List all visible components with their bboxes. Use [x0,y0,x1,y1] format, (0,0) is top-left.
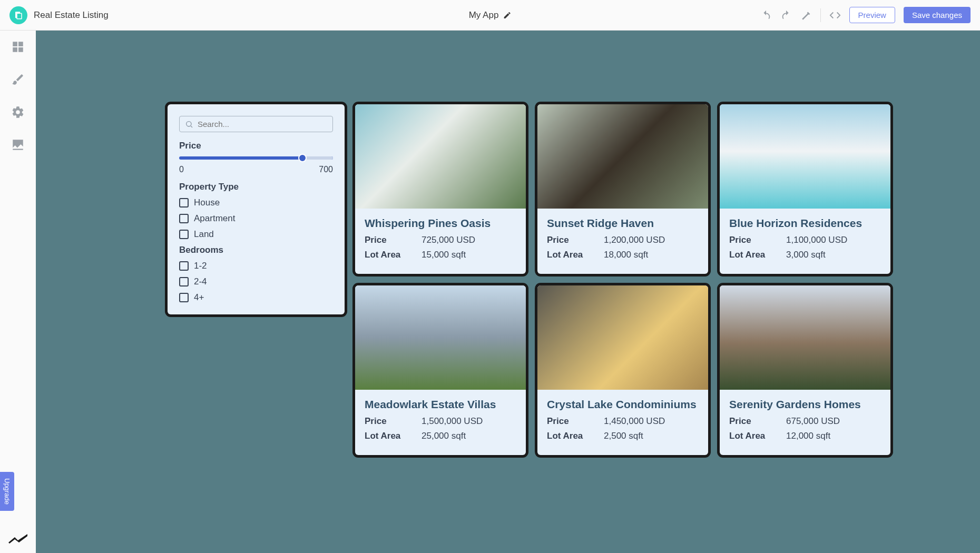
listing-title: Meadowlark Estate Villas [365,398,516,411]
gear-icon[interactable] [11,105,25,119]
lot-value: 2,500 sqft [604,431,643,441]
lot-key: Lot Area [729,431,786,441]
app-name[interactable]: My App [469,10,499,21]
app-logo [9,6,27,24]
search-input[interactable] [198,120,327,129]
checkbox-label: House [194,197,220,208]
checkbox-label: Land [194,229,214,240]
search-icon [185,120,193,129]
checkbox-label: 2-4 [194,276,207,287]
price-value: 675,000 USD [786,416,840,427]
price-key: Price [729,416,786,427]
checkbox-bed-4plus[interactable] [179,293,189,302]
lot-key: Lot Area [365,250,422,260]
code-icon[interactable] [829,9,841,21]
listing-card[interactable]: Meadowlark Estate Villas Price1,500,000 … [355,285,526,455]
brush-icon[interactable] [11,73,25,86]
lot-value: 12,000 sqft [786,431,830,441]
price-value: 1,100,000 USD [786,235,847,245]
listing-card[interactable]: Whispering Pines Oasis Price725,000 USD … [355,104,526,274]
listing-card[interactable]: Serenity Gardens Homes Price675,000 USD … [720,285,890,455]
listing-image [355,104,526,209]
checkbox-bed-1-2[interactable] [179,261,189,271]
left-rail: Upgrade [0,31,36,553]
price-key: Price [365,416,422,427]
edit-icon[interactable] [503,11,511,19]
hammer-icon[interactable] [800,9,812,21]
canvas: Price 0 700 Property Type House Apartmen… [36,31,980,553]
price-slider-thumb[interactable] [298,154,307,162]
listings-grid: Whispering Pines Oasis Price725,000 USD … [355,104,890,455]
price-label: Price [179,141,333,151]
price-min: 0 [179,165,184,174]
listing-card[interactable]: Crystal Lake Condominiums Price1,450,000… [537,285,708,455]
lot-key: Lot Area [365,431,422,441]
lot-value: 25,000 sqft [422,431,466,441]
search-box[interactable] [179,116,333,132]
listing-image [537,104,708,209]
svg-line-4 [191,126,192,127]
lot-key: Lot Area [547,431,604,441]
listing-image [355,285,526,390]
lot-key: Lot Area [729,250,786,260]
listing-title: Whispering Pines Oasis [365,217,516,230]
svg-point-3 [187,121,191,126]
top-toolbar: Real Estate Listing My App Preview Save … [0,0,980,31]
property-type-label: Property Type [179,182,333,192]
checkbox-bed-2-4[interactable] [179,277,189,287]
rail-mascot-icon [7,533,28,546]
lot-key: Lot Area [547,250,604,260]
checkbox-label: Apartment [194,213,235,224]
price-max: 700 [319,165,333,174]
checkbox-label: 1-2 [194,261,207,271]
price-value: 1,500,000 USD [422,416,483,427]
price-key: Price [365,235,422,245]
checkbox-label: 4+ [194,292,204,303]
bedrooms-label: Bedrooms [179,245,333,255]
price-key: Price [547,416,604,427]
listing-title: Blue Horizon Residences [729,217,881,230]
checkbox-land[interactable] [179,230,189,239]
price-value: 1,200,000 USD [604,235,665,245]
upgrade-button[interactable]: Upgrade [0,472,14,511]
price-key: Price [547,235,604,245]
grid-icon[interactable] [11,40,25,54]
listing-card[interactable]: Sunset Ridge Haven Price1,200,000 USD Lo… [537,104,708,274]
listing-title: Serenity Gardens Homes [729,398,881,411]
filter-panel: Price 0 700 Property Type House Apartmen… [168,104,345,314]
lot-value: 3,000 sqft [786,250,826,260]
listing-title: Sunset Ridge Haven [547,217,699,230]
redo-icon[interactable] [780,9,792,21]
undo-icon[interactable] [760,9,772,21]
chart-icon[interactable] [11,138,25,152]
listing-card[interactable]: Blue Horizon Residences Price1,100,000 U… [720,104,890,274]
page-title: Real Estate Listing [34,10,109,21]
price-value: 1,450,000 USD [604,416,665,427]
toolbar-divider [820,8,821,22]
save-changes-button[interactable]: Save changes [904,7,971,23]
listing-title: Crystal Lake Condominiums [547,398,699,411]
svg-marker-2 [8,534,27,544]
price-value: 725,000 USD [422,235,475,245]
lot-value: 18,000 sqft [604,250,648,260]
preview-button[interactable]: Preview [849,7,895,23]
listing-image [720,104,890,209]
price-slider[interactable] [179,156,333,160]
listing-image [537,285,708,390]
svg-rect-1 [17,13,22,19]
lot-value: 15,000 sqft [422,250,466,260]
checkbox-house[interactable] [179,198,189,208]
price-key: Price [729,235,786,245]
checkbox-apartment[interactable] [179,214,189,223]
listing-image [720,285,890,390]
